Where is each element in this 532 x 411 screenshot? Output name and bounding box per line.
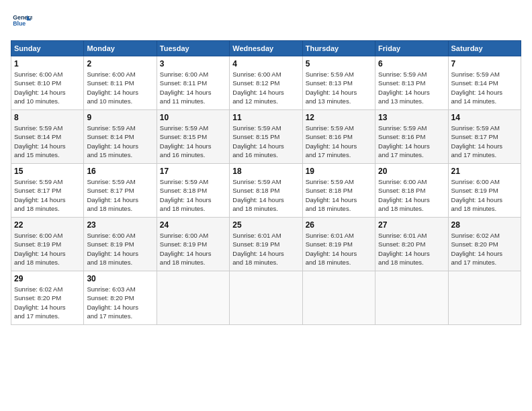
weekday-header-thursday: Thursday [302, 41, 375, 56]
calendar-cell [375, 271, 448, 325]
calendar-cell: 8Sunrise: 5:59 AMSunset: 8:14 PMDaylight… [11, 110, 84, 164]
day-info: Sunrise: 6:03 AMSunset: 8:20 PMDaylight:… [87, 285, 153, 320]
day-number: 28 [451, 220, 518, 230]
calendar-cell: 6Sunrise: 5:59 AMSunset: 8:13 PMDaylight… [375, 56, 448, 110]
day-number: 22 [14, 220, 81, 230]
day-info: Sunrise: 5:59 AMSunset: 8:17 PMDaylight:… [14, 177, 81, 213]
calendar-cell: 21Sunrise: 6:00 AMSunset: 8:19 PMDayligh… [448, 164, 521, 218]
weekday-header-tuesday: Tuesday [157, 41, 229, 56]
day-number: 15 [14, 167, 81, 176]
day-number: 3 [160, 59, 226, 68]
calendar-cell: 7Sunrise: 5:59 AMSunset: 8:14 PMDaylight… [448, 56, 521, 110]
day-number: 2 [87, 59, 153, 68]
day-info: Sunrise: 6:02 AMSunset: 8:20 PMDaylight:… [14, 285, 81, 320]
calendar-cell: 10Sunrise: 5:59 AMSunset: 8:15 PMDayligh… [157, 110, 229, 164]
weekday-header-saturday: Saturday [448, 41, 521, 56]
day-number: 17 [160, 167, 226, 176]
calendar-body: 1Sunrise: 6:00 AMSunset: 8:10 PMDaylight… [11, 56, 521, 325]
calendar-cell: 9Sunrise: 5:59 AMSunset: 8:14 PMDaylight… [84, 110, 157, 164]
day-number: 1 [14, 59, 81, 68]
calendar-cell: 3Sunrise: 6:00 AMSunset: 8:11 PMDaylight… [157, 56, 229, 110]
day-number: 19 [306, 167, 372, 176]
weekday-header-friday: Friday [375, 41, 448, 56]
weekday-header-wednesday: Wednesday [230, 41, 302, 56]
day-info: Sunrise: 6:02 AMSunset: 8:20 PMDaylight:… [451, 231, 518, 267]
day-info: Sunrise: 6:00 AMSunset: 8:10 PMDaylight:… [14, 70, 81, 105]
calendar-cell: 17Sunrise: 5:59 AMSunset: 8:18 PMDayligh… [157, 164, 229, 218]
day-info: Sunrise: 5:59 AMSunset: 8:16 PMDaylight:… [378, 124, 445, 159]
day-info: Sunrise: 5:59 AMSunset: 8:14 PMDaylight:… [87, 124, 153, 159]
calendar-cell: 2Sunrise: 6:00 AMSunset: 8:11 PMDaylight… [84, 56, 157, 110]
day-info: Sunrise: 6:01 AMSunset: 8:20 PMDaylight:… [378, 231, 445, 267]
calendar-row: 8Sunrise: 5:59 AMSunset: 8:14 PMDaylight… [11, 110, 521, 164]
calendar-cell: 14Sunrise: 5:59 AMSunset: 8:17 PMDayligh… [448, 110, 521, 164]
calendar-cell: 11Sunrise: 5:59 AMSunset: 8:15 PMDayligh… [230, 110, 302, 164]
day-number: 12 [306, 113, 372, 122]
day-info: Sunrise: 6:00 AMSunset: 8:11 PMDaylight:… [87, 70, 153, 105]
day-number: 4 [232, 59, 299, 68]
day-number: 30 [87, 274, 153, 283]
day-number: 11 [232, 113, 299, 122]
day-number: 29 [14, 274, 81, 283]
calendar-cell: 16Sunrise: 5:59 AMSunset: 8:17 PMDayligh… [84, 164, 157, 218]
day-info: Sunrise: 5:59 AMSunset: 8:14 PMDaylight:… [451, 70, 518, 105]
calendar-cell: 19Sunrise: 5:59 AMSunset: 8:18 PMDayligh… [302, 164, 375, 218]
day-number: 13 [378, 113, 445, 122]
day-info: Sunrise: 6:00 AMSunset: 8:19 PMDaylight:… [87, 231, 153, 267]
day-number: 27 [378, 220, 445, 230]
day-info: Sunrise: 6:00 AMSunset: 8:11 PMDaylight:… [160, 70, 226, 105]
day-info: Sunrise: 6:01 AMSunset: 8:19 PMDaylight:… [232, 231, 299, 267]
day-number: 9 [87, 113, 153, 122]
svg-text:Blue: Blue [13, 20, 26, 27]
calendar-cell: 23Sunrise: 6:00 AMSunset: 8:19 PMDayligh… [84, 218, 157, 271]
day-info: Sunrise: 6:00 AMSunset: 8:19 PMDaylight:… [160, 231, 226, 267]
calendar-row: 29Sunrise: 6:02 AMSunset: 8:20 PMDayligh… [11, 271, 521, 325]
calendar-cell: 28Sunrise: 6:02 AMSunset: 8:20 PMDayligh… [448, 218, 521, 271]
calendar-cell [157, 271, 229, 325]
calendar-cell: 29Sunrise: 6:02 AMSunset: 8:20 PMDayligh… [11, 271, 84, 325]
calendar-table: SundayMondayTuesdayWednesdayThursdayFrid… [11, 40, 521, 325]
day-number: 18 [232, 167, 299, 176]
day-info: Sunrise: 6:00 AMSunset: 8:18 PMDaylight:… [378, 177, 445, 213]
day-info: Sunrise: 6:01 AMSunset: 8:19 PMDaylight:… [306, 231, 372, 267]
calendar-cell: 30Sunrise: 6:03 AMSunset: 8:20 PMDayligh… [84, 271, 157, 325]
day-number: 8 [14, 113, 81, 122]
calendar-cell [230, 271, 302, 325]
day-number: 25 [232, 220, 299, 230]
day-info: Sunrise: 5:59 AMSunset: 8:17 PMDaylight:… [87, 177, 153, 213]
day-info: Sunrise: 5:59 AMSunset: 8:17 PMDaylight:… [451, 124, 518, 159]
calendar-cell: 13Sunrise: 5:59 AMSunset: 8:16 PMDayligh… [375, 110, 448, 164]
day-info: Sunrise: 5:59 AMSunset: 8:13 PMDaylight:… [306, 70, 372, 105]
day-number: 10 [160, 113, 226, 122]
logo-icon: General Blue [11, 11, 32, 32]
weekday-header-monday: Monday [84, 41, 157, 56]
calendar-row: 1Sunrise: 6:00 AMSunset: 8:10 PMDaylight… [11, 56, 521, 110]
day-info: Sunrise: 5:59 AMSunset: 8:16 PMDaylight:… [306, 124, 372, 159]
day-number: 24 [160, 220, 226, 230]
page-header: General Blue [11, 11, 521, 32]
day-number: 26 [306, 220, 372, 230]
day-info: Sunrise: 5:59 AMSunset: 8:15 PMDaylight:… [160, 124, 226, 159]
calendar-cell: 4Sunrise: 6:00 AMSunset: 8:12 PMDaylight… [230, 56, 302, 110]
day-info: Sunrise: 5:59 AMSunset: 8:14 PMDaylight:… [14, 124, 81, 159]
day-number: 5 [306, 59, 372, 68]
calendar-cell [302, 271, 375, 325]
calendar-cell: 25Sunrise: 6:01 AMSunset: 8:19 PMDayligh… [230, 218, 302, 271]
day-info: Sunrise: 6:00 AMSunset: 8:19 PMDaylight:… [451, 177, 518, 213]
weekday-header-sunday: Sunday [11, 41, 84, 56]
calendar-cell: 1Sunrise: 6:00 AMSunset: 8:10 PMDaylight… [11, 56, 84, 110]
day-info: Sunrise: 6:00 AMSunset: 8:12 PMDaylight:… [232, 70, 299, 105]
calendar-cell [448, 271, 521, 325]
day-number: 20 [378, 167, 445, 176]
calendar-cell: 12Sunrise: 5:59 AMSunset: 8:16 PMDayligh… [302, 110, 375, 164]
calendar-cell: 22Sunrise: 6:00 AMSunset: 8:19 PMDayligh… [11, 218, 84, 271]
day-info: Sunrise: 5:59 AMSunset: 8:13 PMDaylight:… [378, 70, 445, 105]
day-info: Sunrise: 5:59 AMSunset: 8:18 PMDaylight:… [306, 177, 372, 213]
calendar-cell: 26Sunrise: 6:01 AMSunset: 8:19 PMDayligh… [302, 218, 375, 271]
calendar-row: 22Sunrise: 6:00 AMSunset: 8:19 PMDayligh… [11, 218, 521, 271]
logo: General Blue [11, 11, 35, 32]
calendar-cell: 15Sunrise: 5:59 AMSunset: 8:17 PMDayligh… [11, 164, 84, 218]
day-info: Sunrise: 5:59 AMSunset: 8:18 PMDaylight:… [160, 177, 226, 213]
day-info: Sunrise: 6:00 AMSunset: 8:19 PMDaylight:… [14, 231, 81, 267]
calendar-cell: 27Sunrise: 6:01 AMSunset: 8:20 PMDayligh… [375, 218, 448, 271]
